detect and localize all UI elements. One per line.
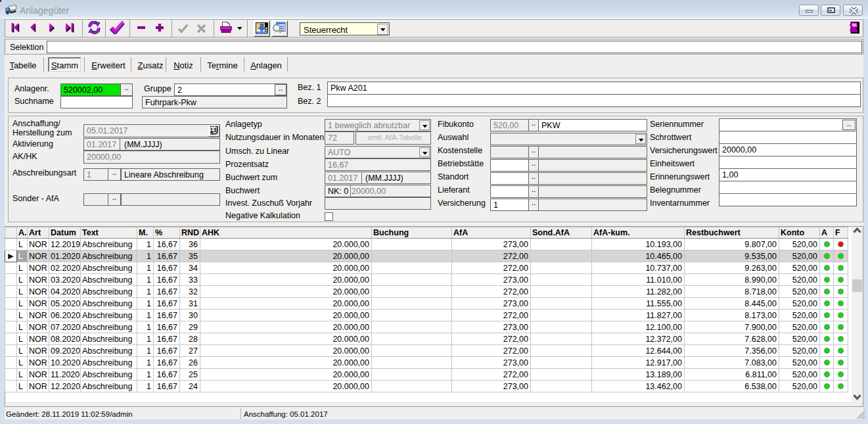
svg-text:13: 13 — [210, 127, 217, 133]
